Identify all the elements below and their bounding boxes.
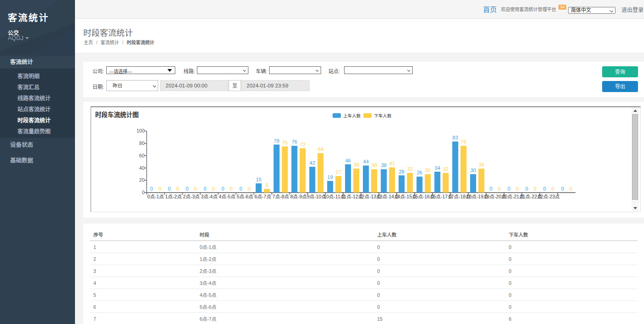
svg-text:0: 0 <box>561 186 564 191</box>
svg-text:5点-6点: 5点-6点 <box>236 194 253 199</box>
svg-text:30: 30 <box>470 168 476 173</box>
svg-text:39: 39 <box>478 162 484 168</box>
svg-text:75: 75 <box>282 140 288 145</box>
svg-text:19: 19 <box>328 174 333 180</box>
svg-text:0: 0 <box>569 186 572 191</box>
svg-text:78: 78 <box>274 138 279 144</box>
svg-text:80: 80 <box>139 140 145 146</box>
svg-text:28: 28 <box>399 169 404 174</box>
svg-text:32: 32 <box>407 166 413 172</box>
svg-text:0: 0 <box>142 190 144 195</box>
svg-text:44: 44 <box>363 159 368 164</box>
svg-text:100: 100 <box>137 128 145 133</box>
svg-text:72: 72 <box>300 142 305 147</box>
svg-text:0: 0 <box>507 186 510 191</box>
svg-text:27: 27 <box>336 169 341 175</box>
svg-text:3点-4点: 3点-4点 <box>201 194 218 199</box>
svg-text:42: 42 <box>310 160 315 166</box>
svg-text:15: 15 <box>256 177 261 182</box>
svg-text:0: 0 <box>150 186 153 191</box>
svg-text:76: 76 <box>461 139 466 145</box>
svg-text:6点-7点: 6点-7点 <box>254 194 271 199</box>
svg-text:22点-23点: 22点-23点 <box>538 194 560 199</box>
svg-text:60: 60 <box>139 153 145 158</box>
svg-text:34: 34 <box>435 165 440 171</box>
svg-text:0: 0 <box>168 186 171 191</box>
svg-text:0: 0 <box>525 186 528 191</box>
svg-text:0: 0 <box>176 186 179 191</box>
svg-text:26: 26 <box>417 170 422 175</box>
svg-text:0: 0 <box>186 186 189 191</box>
svg-text:4点-5点: 4点-5点 <box>219 194 236 199</box>
svg-text:83: 83 <box>453 135 458 140</box>
svg-text:0: 0 <box>552 186 554 191</box>
svg-text:0: 0 <box>247 186 250 191</box>
svg-text:32: 32 <box>443 166 448 172</box>
svg-text:20: 20 <box>139 177 145 183</box>
svg-text:0: 0 <box>204 186 207 191</box>
svg-text:0: 0 <box>498 186 500 191</box>
svg-text:8点-9点: 8点-9点 <box>290 194 307 199</box>
svg-text:40: 40 <box>139 165 145 171</box>
svg-text:0: 0 <box>543 186 546 191</box>
svg-text:0: 0 <box>230 186 233 191</box>
svg-text:0: 0 <box>534 186 536 191</box>
svg-text:0: 0 <box>489 186 492 191</box>
svg-text:46: 46 <box>345 158 351 163</box>
svg-text:0: 0 <box>239 186 242 191</box>
svg-text:64: 64 <box>318 146 323 152</box>
svg-text:38: 38 <box>371 162 377 168</box>
svg-text:76: 76 <box>292 139 297 145</box>
svg-text:39: 39 <box>353 162 359 168</box>
svg-text:7点-8点: 7点-8点 <box>272 194 289 199</box>
svg-text:6: 6 <box>265 182 268 188</box>
svg-text:41: 41 <box>389 161 395 166</box>
svg-text:30: 30 <box>425 168 431 173</box>
svg-text:0: 0 <box>158 186 161 191</box>
svg-text:0: 0 <box>194 186 197 191</box>
svg-text:0: 0 <box>222 186 224 191</box>
svg-text:38: 38 <box>381 162 386 168</box>
svg-text:0: 0 <box>212 186 215 191</box>
svg-text:1点-2点: 1点-2点 <box>165 194 182 199</box>
svg-text:0点-1点: 0点-1点 <box>147 194 164 199</box>
svg-text:0: 0 <box>516 186 518 191</box>
svg-text:2点-3点: 2点-3点 <box>183 194 200 199</box>
